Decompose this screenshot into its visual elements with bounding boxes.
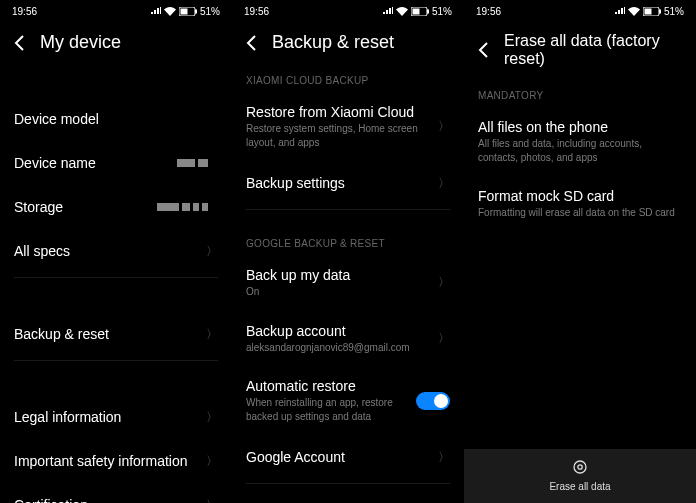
header: Erase all data (factory reset): [464, 22, 696, 82]
status-battery: 51%: [200, 6, 220, 17]
status-right: 51%: [151, 6, 220, 17]
row-safety-info[interactable]: Important safety information 〉: [0, 439, 232, 483]
divider: [246, 483, 450, 484]
toggle-on[interactable]: [416, 392, 450, 410]
row-backup-reset[interactable]: Backup & reset 〉: [0, 312, 232, 356]
row-device-name[interactable]: Device name: [0, 141, 232, 185]
row-all-specs[interactable]: All specs 〉: [0, 229, 232, 273]
row-title: Back up my data: [246, 267, 438, 283]
screen-backup-reset: 19:56 51% Backup & reset XIAOMI CLOUD BA…: [232, 0, 464, 503]
back-icon[interactable]: [246, 35, 256, 51]
status-time: 19:56: [12, 6, 37, 17]
signal-icon: [615, 7, 625, 15]
row-restore-cloud[interactable]: Restore from Xiaomi Cloud Restore system…: [232, 92, 464, 161]
row-title: Automatic restore: [246, 378, 416, 394]
erase-all-data-button[interactable]: Erase all data: [464, 449, 696, 503]
row-title: Device name: [14, 155, 177, 171]
chevron-right-icon: 〉: [438, 175, 450, 192]
header: My device: [0, 22, 232, 67]
chevron-right-icon: 〉: [438, 449, 450, 466]
battery-icon: [643, 7, 661, 16]
obscured-value: [157, 203, 208, 211]
row-title: Backup settings: [246, 175, 438, 191]
svg-point-9: [574, 461, 586, 473]
row-backup-settings[interactable]: Backup settings 〉: [232, 161, 464, 205]
chevron-right-icon: 〉: [438, 330, 450, 347]
row-title: All files on the phone: [478, 119, 682, 135]
status-right: 51%: [383, 6, 452, 17]
section-label: XIAOMI CLOUD BACKUP: [232, 67, 464, 92]
status-time: 19:56: [476, 6, 501, 17]
row-subtitle: When reinstalling an app, restore backed…: [246, 396, 416, 423]
wifi-icon: [396, 7, 408, 16]
chevron-right-icon: 〉: [206, 326, 218, 343]
battery-icon: [179, 7, 197, 16]
row-format-sd: Format mock SD card Formatting will eras…: [464, 176, 696, 232]
section-label: GOOGLE BACKUP & RESET: [232, 230, 464, 255]
page-title: My device: [40, 32, 218, 53]
row-device-model[interactable]: Device model: [0, 97, 232, 141]
row-subtitle: All files and data, including accounts, …: [478, 137, 682, 164]
section-label: MANDATORY: [464, 82, 696, 107]
statusbar: 19:56 51%: [464, 0, 696, 22]
back-icon[interactable]: [478, 42, 488, 58]
row-backup-my-data[interactable]: Back up my data On 〉: [232, 255, 464, 311]
content: XIAOMI CLOUD BACKUP Restore from Xiaomi …: [232, 67, 464, 503]
svg-rect-2: [195, 9, 197, 13]
row-backup-account[interactable]: Backup account aleksandarognjanovic89@gm…: [232, 311, 464, 367]
page-title: Erase all data (factory reset): [504, 32, 682, 68]
row-title: Restore from Xiaomi Cloud: [246, 104, 438, 120]
row-title: Storage: [14, 199, 157, 215]
row-certification[interactable]: Certification 〉: [0, 483, 232, 503]
row-google-account[interactable]: Google Account 〉: [232, 435, 464, 479]
erase-button-label: Erase all data: [549, 481, 610, 492]
row-subtitle: On: [246, 285, 438, 299]
row-subtitle: Formatting will erase all data on the SD…: [478, 206, 682, 220]
screen-factory-reset: 19:56 51% Erase all data (factory reset)…: [464, 0, 696, 503]
page-title: Backup & reset: [272, 32, 450, 53]
statusbar: 19:56 51%: [232, 0, 464, 22]
row-title: Certification: [14, 497, 206, 503]
battery-icon: [411, 7, 429, 16]
svg-rect-7: [644, 8, 651, 14]
back-icon[interactable]: [14, 35, 24, 51]
wifi-icon: [164, 7, 176, 16]
divider: [246, 209, 450, 210]
signal-icon: [383, 7, 393, 15]
row-title: All specs: [14, 243, 206, 259]
row-title: Legal information: [14, 409, 206, 425]
status-time: 19:56: [244, 6, 269, 17]
content: MANDATORY All files on the phone All fil…: [464, 82, 696, 503]
row-title: Device model: [14, 111, 218, 127]
row-title: Google Account: [246, 449, 438, 465]
wifi-icon: [628, 7, 640, 16]
chevron-right-icon: 〉: [206, 497, 218, 504]
row-automatic-restore[interactable]: Automatic restore When reinstalling an a…: [232, 366, 464, 435]
svg-rect-4: [412, 8, 419, 14]
chevron-right-icon: 〉: [206, 453, 218, 470]
content: Device model Device name Storage All spe…: [0, 67, 232, 503]
row-subtitle: Restore system settings, Home screen lay…: [246, 122, 438, 149]
chevron-right-icon: 〉: [206, 409, 218, 426]
row-storage[interactable]: Storage: [0, 185, 232, 229]
svg-point-10: [578, 465, 582, 469]
svg-rect-8: [659, 9, 661, 13]
row-legal[interactable]: Legal information 〉: [0, 395, 232, 439]
row-title: Backup & reset: [14, 326, 206, 342]
row-title: Backup account: [246, 323, 438, 339]
status-battery: 51%: [664, 6, 684, 17]
erase-icon: [573, 460, 587, 478]
status-battery: 51%: [432, 6, 452, 17]
row-subtitle: aleksandarognjanovic89@gmail.com: [246, 341, 438, 355]
chevron-right-icon: 〉: [438, 274, 450, 291]
obscured-value: [177, 159, 208, 167]
row-title: Format mock SD card: [478, 188, 682, 204]
statusbar: 19:56 51%: [0, 0, 232, 22]
chevron-right-icon: 〉: [438, 118, 450, 135]
divider: [14, 277, 218, 278]
screen-my-device: 19:56 51% My device Device model Device …: [0, 0, 232, 503]
status-right: 51%: [615, 6, 684, 17]
signal-icon: [151, 7, 161, 15]
divider: [14, 360, 218, 361]
row-all-files: All files on the phone All files and dat…: [464, 107, 696, 176]
